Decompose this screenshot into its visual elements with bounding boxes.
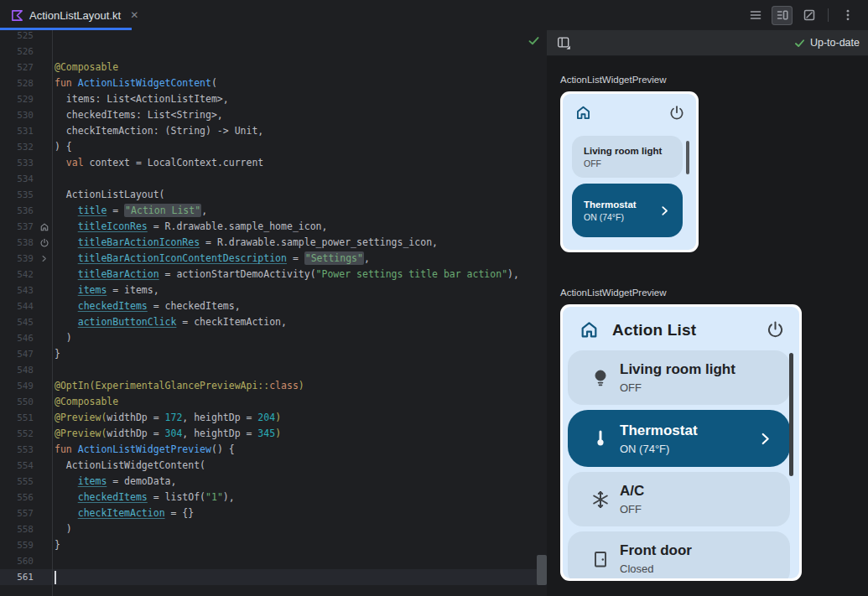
editor-gutter[interactable]: 555	[0, 474, 53, 490]
code-line[interactable]: 560	[0, 553, 547, 569]
line-number[interactable]: 543	[0, 285, 34, 296]
code-line[interactable]: 532) {	[0, 139, 547, 155]
editor-gutter[interactable]: 534	[0, 171, 53, 187]
code-line[interactable]: 525	[0, 30, 547, 44]
editor-gutter[interactable]: 526	[0, 44, 53, 60]
editor-gutter[interactable]: 545	[0, 314, 53, 330]
code-line[interactable]: 544 checkedItems = checkedItems,	[0, 298, 547, 314]
code-line[interactable]: 528fun ActionListWidgetContent(	[0, 75, 547, 91]
line-number[interactable]: 534	[0, 174, 34, 184]
code-line[interactable]: 558 )	[0, 521, 547, 537]
line-number[interactable]: 547	[0, 349, 34, 360]
line-number[interactable]: 556	[0, 492, 34, 503]
editor-gutter[interactable]: 525	[0, 30, 53, 44]
line-number[interactable]: 532	[0, 142, 34, 153]
editor-gutter[interactable]: 547	[0, 346, 53, 362]
power-gutter-icon[interactable]	[35, 237, 53, 249]
editor-vertical-scrollbar[interactable]	[537, 555, 547, 585]
editor-gutter[interactable]: 536	[0, 203, 53, 219]
line-number[interactable]: 554	[0, 460, 34, 471]
line-number[interactable]: 555	[0, 476, 34, 487]
code-line[interactable]: 529 items: List<ActionListItem>,	[0, 91, 547, 107]
code-line[interactable]: 543 items = items,	[0, 282, 547, 298]
editor-gutter[interactable]: 554	[0, 458, 53, 474]
code-line[interactable]: 552@Preview(widthDp = 304, heightDp = 34…	[0, 426, 547, 442]
code-line[interactable]: 561	[0, 569, 547, 585]
code-line[interactable]: 554 ActionListWidgetContent(	[0, 458, 547, 474]
editor-gutter[interactable]: 538	[0, 235, 53, 251]
editor-gutter[interactable]: 542	[0, 267, 53, 282]
code-line[interactable]: 537 titleIconRes = R.drawable.sample_hom…	[0, 219, 547, 235]
editor-gutter[interactable]: 532	[0, 139, 53, 155]
editor-gutter[interactable]: 550	[0, 394, 53, 410]
editor-gutter[interactable]: 546	[0, 330, 53, 346]
editor-gutter[interactable]: 537	[0, 219, 53, 235]
line-number[interactable]: 548	[0, 365, 34, 376]
editor-gutter[interactable]: 527	[0, 60, 53, 75]
inspections-ok-icon[interactable]	[528, 34, 540, 50]
editor-gutter[interactable]: 530	[0, 107, 53, 123]
code-line[interactable]: 538 titleBarActionIconRes = R.drawable.s…	[0, 235, 547, 251]
code-line[interactable]: 545 actionButtonClick = checkItemAction,	[0, 314, 547, 330]
editor-gutter[interactable]: 560	[0, 553, 53, 569]
code-line[interactable]: 559}	[0, 537, 547, 553]
line-number[interactable]: 527	[0, 62, 34, 73]
line-number[interactable]: 533	[0, 158, 34, 168]
code-line[interactable]: 547}	[0, 346, 547, 362]
code-line[interactable]: 546 )	[0, 330, 547, 346]
line-number[interactable]: 551	[0, 412, 34, 423]
design-view-icon[interactable]	[798, 6, 819, 25]
code-line[interactable]: 542 titleBarAction = actionStartDemoActi…	[0, 267, 547, 282]
tab-actionlistlayout[interactable]: ActionListLayout.kt ✕	[0, 0, 132, 30]
editor-gutter[interactable]: 556	[0, 490, 53, 505]
editor-gutter[interactable]: 543	[0, 282, 53, 298]
code-line[interactable]: 536 title = "Action List",	[0, 203, 547, 219]
editor-gutter[interactable]: 553	[0, 442, 53, 458]
editor-gutter[interactable]: 557	[0, 505, 53, 521]
line-number[interactable]: 550	[0, 396, 34, 407]
code-line[interactable]: 526	[0, 44, 547, 60]
code-line[interactable]: 527@Composable	[0, 60, 547, 75]
editor-gutter[interactable]: 549	[0, 378, 53, 394]
code-line[interactable]: 530 checkedItems: List<String>,	[0, 107, 547, 123]
line-number[interactable]: 526	[0, 46, 34, 57]
code-line[interactable]: 555 items = demoData,	[0, 474, 547, 490]
editor-gutter[interactable]: 559	[0, 537, 53, 553]
code-line[interactable]: 533 val context = LocalContext.current	[0, 155, 547, 171]
editor-gutter[interactable]: 533	[0, 155, 53, 171]
code-line[interactable]: 531 checkItemAction: (String) -> Unit,	[0, 123, 547, 139]
line-number[interactable]: 537	[0, 221, 34, 232]
editor-gutter[interactable]: 528	[0, 75, 53, 91]
code-line[interactable]: 553fun ActionListWidgetPreview() {	[0, 442, 547, 458]
code-line[interactable]: 551@Preview(widthDp = 172, heightDp = 20…	[0, 410, 547, 426]
line-number[interactable]: 560	[0, 556, 34, 567]
code-line[interactable]: 549@OptIn(ExperimentalGlancePreviewApi::…	[0, 378, 547, 394]
line-number[interactable]: 546	[0, 333, 34, 344]
line-number[interactable]: 525	[0, 30, 34, 41]
line-number[interactable]: 536	[0, 205, 34, 216]
editor-gutter[interactable]: 531	[0, 123, 53, 139]
code-line[interactable]: 539 titleBarActionIconContentDescription…	[0, 251, 547, 267]
code-line[interactable]: 535 ActionListLayout(	[0, 187, 547, 203]
home-gutter-icon[interactable]	[35, 221, 53, 233]
editor-gutter[interactable]: 544	[0, 298, 53, 314]
editor-gutter[interactable]: 551	[0, 410, 53, 426]
editor-gutter[interactable]: 548	[0, 362, 53, 378]
line-number[interactable]: 539	[0, 253, 34, 264]
code-editor[interactable]: 525526527@Composable528fun ActionListWid…	[0, 30, 547, 596]
editor-gutter[interactable]: 558	[0, 521, 53, 537]
editor-gutter[interactable]: 539	[0, 251, 53, 267]
line-number[interactable]: 558	[0, 524, 34, 535]
preview-layout-icon[interactable]	[557, 36, 571, 50]
code-line[interactable]: 557 checkItemAction = {}	[0, 505, 547, 521]
editor-gutter[interactable]: 535	[0, 187, 53, 203]
line-number[interactable]: 561	[0, 572, 34, 583]
code-view-icon[interactable]	[745, 6, 766, 25]
line-number[interactable]: 531	[0, 126, 34, 137]
line-number[interactable]: 545	[0, 317, 34, 328]
line-number[interactable]: 542	[0, 269, 34, 280]
code-line[interactable]: 548	[0, 362, 547, 378]
code-line[interactable]: 534	[0, 171, 547, 187]
line-number[interactable]: 553	[0, 444, 34, 455]
editor-gutter[interactable]: 561	[0, 569, 53, 585]
